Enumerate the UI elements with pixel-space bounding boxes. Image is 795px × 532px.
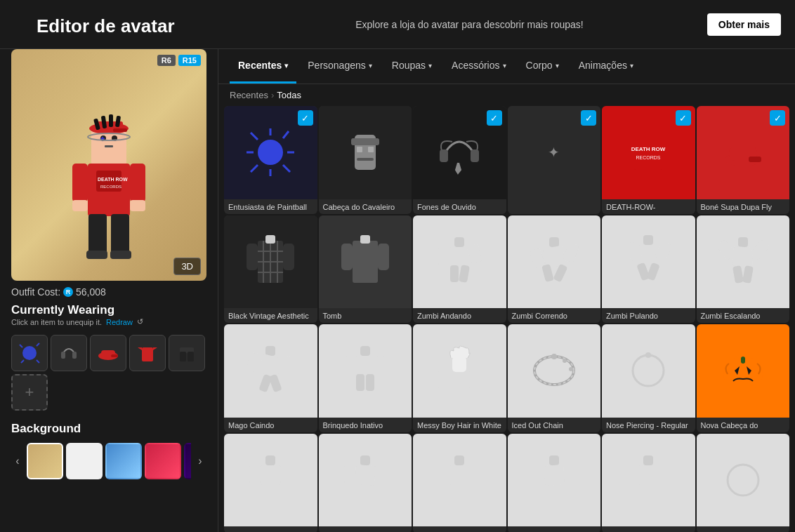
svg-rect-17 [130, 164, 145, 202]
redraw-link[interactable]: Redraw [106, 318, 133, 326]
svg-text:RECORDS: RECORDS [100, 185, 121, 189]
item-card-blank[interactable]: ✓ ✦ [508, 106, 601, 214]
carousel-next-arrow[interactable]: › [194, 440, 206, 482]
item-card-knight[interactable]: Cabeça do Cavaleiro Sem [319, 106, 412, 214]
svg-rect-124 [454, 455, 464, 465]
item-thumb-row4-1 [224, 434, 317, 527]
item-star: ✦ [548, 144, 560, 161]
nav-tabs: Recentes ▾ Personagens ▾ Roupas ▾ Acessó… [218, 49, 795, 84]
svg-rect-92 [280, 356, 294, 375]
item-card-zombie-walk[interactable]: Zumbi Andando [413, 215, 506, 324]
item-thumb-cap: ✓ [697, 106, 790, 199]
item-card-hair-white[interactable]: Messy Boy Hair in White [413, 324, 506, 432]
svg-rect-19 [130, 200, 145, 211]
obter-mais-button[interactable]: Obter mais [707, 13, 781, 36]
svg-rect-62 [360, 235, 370, 244]
tab-acessorios[interactable]: Acessórios ▾ [443, 49, 514, 84]
wearing-item-pants[interactable] [169, 335, 205, 371]
item-thumb-row4-5 [602, 434, 695, 527]
item-name-row4-4 [508, 526, 601, 532]
svg-rect-50 [749, 157, 761, 162]
wearing-add-slot[interactable]: + [11, 374, 48, 411]
svg-rect-127 [544, 465, 565, 486]
item-thumb-paintball: ✓ [224, 106, 317, 199]
bg-white[interactable] [66, 443, 103, 479]
item-card-zombie-run[interactable]: Zumbi Correndo [508, 215, 601, 324]
item-name-zombie-run: Zumbi Correndo [508, 308, 601, 323]
svg-rect-68 [467, 244, 482, 264]
redraw-icon: ↺ [137, 317, 143, 326]
avatar-figure: ✦ DEATH ROW RECORDS [53, 67, 165, 263]
item-card-paintball[interactable]: ✓ Entusiasta de Paintball [224, 106, 317, 214]
wearing-item-shirt[interactable] [129, 335, 166, 371]
item-card-zombie-climb[interactable]: Zumbi Escalando [697, 215, 790, 324]
item-name-zombie-walk: Zumbi Andando [413, 308, 506, 323]
currently-wearing-section: Currently Wearing Click an item to unequ… [0, 300, 218, 329]
carousel-prev-arrow[interactable]: ‹ [11, 440, 24, 482]
svg-rect-16 [72, 164, 88, 202]
item-thumb-zombie-jump [602, 215, 695, 309]
item-thumb-tomb [319, 215, 412, 309]
item-card-row4-2[interactable] [319, 434, 412, 533]
item-card-zombie-jump[interactable]: Zumbi Pulando [602, 215, 695, 324]
bg-purple[interactable] [184, 443, 191, 479]
tab-animacoes[interactable]: Animações ▾ [570, 49, 642, 84]
item-card-chain[interactable]: Iced Out Chain [508, 324, 601, 432]
svg-rect-125 [449, 465, 469, 485]
svg-rect-42 [357, 158, 374, 161]
svg-rect-87 [732, 265, 744, 284]
item-card-tomb[interactable]: Tomb [319, 215, 412, 324]
svg-rect-23 [110, 251, 131, 259]
tab-recentes[interactable]: Recentes ▾ [230, 49, 296, 84]
avatar-preview: R6 R15 [11, 49, 206, 281]
item-thumb-hair-white [413, 324, 506, 418]
bg-phone[interactable] [145, 443, 181, 479]
item-card-row4-4[interactable] [508, 434, 601, 533]
item-thumb-pumpkin [697, 324, 790, 418]
chevron-personagens-icon: ▾ [369, 62, 372, 69]
svg-point-109 [569, 367, 573, 371]
item-card-row4-5[interactable] [602, 434, 695, 533]
wearing-item-headphones[interactable] [51, 335, 87, 371]
item-check-cap: ✓ [770, 110, 785, 126]
tab-personagens[interactable]: Personagens ▾ [299, 49, 381, 84]
svg-rect-121 [355, 465, 376, 486]
item-thumb-chain [508, 324, 601, 418]
3d-button[interactable]: 3D [173, 258, 201, 275]
wearing-item-paintball[interactable] [11, 335, 48, 371]
item-card-plaid[interactable]: Black Vintage Aesthetic [224, 215, 317, 324]
svg-rect-94 [269, 374, 282, 393]
bg-gold[interactable] [27, 443, 63, 479]
svg-rect-31 [142, 347, 153, 361]
item-card-deathrow[interactable]: ✓ DEATH ROW RECORDS DEATH-ROW-RECORDS- [602, 106, 695, 214]
item-name-blank [508, 199, 601, 206]
item-card-cap[interactable]: ✓ Boné Supa Dupa Fly [697, 106, 790, 214]
item-name-paintball: Entusiasta de Paintball [224, 199, 317, 214]
tab-corpo[interactable]: Corpo ▾ [518, 49, 567, 84]
svg-rect-45 [634, 135, 662, 170]
svg-rect-102 [438, 371, 449, 389]
item-thumb-row4-4 [508, 434, 601, 527]
item-card-row4-3[interactable] [413, 434, 506, 533]
chevron-recentes-icon: ▾ [284, 62, 288, 69]
svg-rect-100 [366, 374, 374, 391]
item-card-pumpkin[interactable]: Nova Cabeça do Cavaleiro [697, 324, 790, 432]
bg-blue[interactable] [105, 443, 142, 479]
item-card-row4-6[interactable] [697, 434, 790, 533]
item-card-toy[interactable]: Brinquedo Inativo [319, 324, 412, 432]
item-thumb-mago [224, 324, 317, 418]
item-card-row4-1[interactable] [224, 434, 317, 533]
item-name-tomb: Tomb [319, 308, 412, 323]
wearing-item-cap[interactable] [90, 335, 126, 371]
outfit-cost-label: Outfit Cost: [11, 286, 60, 298]
item-card-nose[interactable]: Nose Piercing - Regular [602, 324, 695, 432]
item-card-mago[interactable]: Mago Caindo [224, 324, 317, 432]
currently-wearing-title: Currently Wearing [11, 303, 206, 317]
item-card-headphones[interactable]: ✓ Fones de Ouvido [413, 106, 506, 214]
tab-roupas[interactable]: Roupas ▾ [383, 49, 440, 84]
svg-rect-11 [105, 145, 113, 147]
svg-rect-40 [357, 147, 362, 152]
item-name-knight: Cabeça do Cavaleiro Sem [319, 199, 412, 214]
svg-text:DEATH ROW: DEATH ROW [631, 146, 666, 152]
breadcrumb-parent[interactable]: Recentes [230, 90, 268, 100]
